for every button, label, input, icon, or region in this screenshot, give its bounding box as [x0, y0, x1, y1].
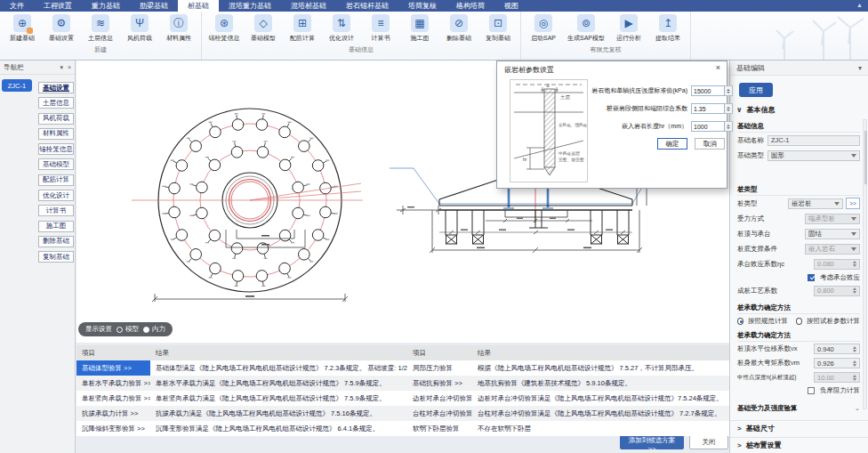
table-cell-result: 地基抗剪验算《建筑桩基技术规范》 5.9.10条规定。: [472, 376, 729, 391]
ribbon-turbine-load-button[interactable]: Ψ 风机荷载: [121, 14, 158, 43]
display-option-force[interactable]: 内力: [143, 325, 165, 334]
menu-tab-rib-beam-foundation[interactable]: 肋梁基础: [130, 0, 178, 12]
sidebar-item-anchor-cage-info[interactable]: 锚栓笼信息: [38, 143, 74, 155]
displacement-coef-input[interactable]: 0.940: [814, 344, 860, 354]
table-cell-item[interactable]: 单桩水平承载力验算 >>: [76, 376, 150, 391]
dialog-cancel-button[interactable]: 取消: [695, 138, 725, 150]
section-pile-layout[interactable]: > 桩布置设置: [730, 437, 868, 452]
table-cell-item[interactable]: 基础抗剪验算 >>: [407, 376, 472, 391]
sidebar-item-calc-report[interactable]: 计算书: [38, 205, 74, 216]
menu-tab-lattice-tower[interactable]: 格构塔筒: [446, 0, 494, 12]
chevron-down-icon: [851, 217, 856, 221]
foundation-type-select[interactable]: 圆形: [768, 150, 860, 161]
ribbon-anchor-cage-button[interactable]: ⊛ 锚栓笼信息: [205, 14, 243, 43]
moment-coef-input[interactable]: 0.926: [814, 358, 860, 368]
ribbon-soil-info-button[interactable]: ≋ 土层信息: [82, 14, 119, 43]
sidebar-item-rebar-calc[interactable]: 配筋计算: [38, 174, 74, 186]
table-cell-item[interactable]: 局部压力验算: [407, 360, 472, 376]
section-foundation-size[interactable]: > 基础尺寸: [730, 420, 868, 435]
nav-collapse-icon[interactable]: ▾: [60, 64, 63, 71]
panel-collapse-icon[interactable]: ▾: [858, 64, 862, 72]
menu-tab-hybrid-gravity-foundation[interactable]: 混塔重力基础: [219, 0, 281, 12]
foundation-name-label: 基础名称: [737, 136, 764, 145]
ribbon-copy-foundation-button[interactable]: ⊡ 复制基础: [479, 14, 517, 43]
sidebar-item-foundation-settings[interactable]: 基础设置: [38, 82, 74, 93]
dialog-close-icon[interactable]: ×: [716, 63, 720, 72]
table-cell-item[interactable]: 沉降倾斜变形验算 >>: [76, 421, 150, 436]
ribbon-generate-sap-button[interactable]: ⊚ 生成SAP模型: [564, 14, 608, 43]
ribbon-foundation-settings-button[interactable]: ⚙ 基础设置: [43, 14, 80, 43]
sidebar-item-soil-info[interactable]: 土层信息: [38, 97, 74, 109]
ribbon-rebar-calc-button[interactable]: ⊞ 配筋计算: [284, 14, 321, 43]
menu-tab-pile-foundation[interactable]: 桩基础: [178, 0, 219, 12]
sidebar-item-delete-foundation[interactable]: 删除基础: [38, 236, 74, 247]
field-bearing-method-radios: 按照规范计算 按照试桩参数计算: [737, 314, 860, 328]
ribbon-group-new: ⊕ 新建基础 ⚙ 基础设置 ≋ 土层信息 Ψ 风机荷载 ⓘ 材料属性: [0, 12, 202, 60]
table-cell-item[interactable]: 边桩对承台冲切验算 >>: [407, 391, 472, 406]
display-option-model[interactable]: 模型: [117, 325, 139, 334]
ribbon-construction-drawing-button[interactable]: ▦ 施工图: [401, 14, 438, 43]
ribbon-optimize-button[interactable]: ⇅ 优化设计: [323, 14, 360, 43]
sidebar-item-optimize-design[interactable]: 优化设计: [38, 190, 74, 201]
col-header-item-left: 项目: [76, 345, 150, 360]
combined-coef-input[interactable]: 1.35: [691, 103, 725, 114]
ribbon-item-label: 风机荷载: [127, 34, 152, 43]
menu-tab-file[interactable]: 文件: [0, 0, 34, 12]
ribbon-new-foundation-button[interactable]: ⊕ 新建基础: [4, 14, 41, 43]
panel-scrollbar[interactable]: [863, 119, 867, 409]
ribbon-delete-foundation-button[interactable]: ⊘ 删除基础: [440, 14, 478, 43]
ribbon-run-analysis-button[interactable]: ▶ 运行分析: [610, 14, 647, 43]
pile-craft-input: 0.800: [814, 286, 860, 296]
ribbon-extract-results-button[interactable]: ↥ 提取结果: [649, 14, 687, 43]
sidebar-item-turbine-load[interactable]: 风机荷载: [38, 113, 74, 125]
foundation-tab-zjc1[interactable]: ZJC-1: [2, 79, 32, 92]
menu-tab-project-settings[interactable]: 工程设置: [34, 0, 82, 12]
group-foundation-info: 基础信息: [737, 119, 860, 133]
table-cell-item[interactable]: 单桩竖向承载力验算 >>: [76, 391, 150, 406]
table-cell-item[interactable]: 抗拔承载力计算 >>: [76, 406, 150, 421]
spinner-icon[interactable]: [725, 85, 733, 96]
spinner-icon[interactable]: [725, 121, 733, 132]
cap-connection-select[interactable]: 固结: [805, 229, 860, 239]
ribbon-launch-sap-button[interactable]: ◎ 启动SAP: [525, 14, 562, 43]
foundation-name-input[interactable]: ZJC-1: [768, 135, 860, 146]
pile-type-select[interactable]: 嵌岩桩: [788, 198, 843, 209]
menu-tab-rock-anchor-foundation[interactable]: 岩石锚杆基础: [336, 0, 398, 12]
rock-strength-input[interactable]: 15000: [691, 85, 725, 96]
menu-tab-view[interactable]: 视图: [494, 0, 528, 12]
radio-unselected-icon[interactable]: [796, 318, 802, 325]
pile-craft-label: 成桩工艺系数: [737, 287, 777, 295]
section-foundation-size-label: 基础尺寸: [746, 424, 775, 433]
close-button[interactable]: 关闭: [689, 435, 728, 449]
table-cell-result: 不存在软弱下卧层: [472, 421, 729, 436]
sidebar-item-material-props[interactable]: 材料属性: [38, 128, 74, 140]
table-cell-item[interactable]: 软弱下卧层验算: [407, 421, 472, 436]
sidebar-item-foundation-model[interactable]: 基础模型: [38, 158, 74, 170]
embed-length-input[interactable]: 1000: [691, 121, 725, 132]
table-cell-item[interactable]: 台柱对承台冲切验算 >>: [407, 406, 472, 421]
radio-selected-icon[interactable]: [737, 318, 743, 325]
menu-tab-tower-check[interactable]: 塔筒复核: [398, 0, 446, 12]
menu-tab-hybrid-pile-foundation[interactable]: 混塔桩基础: [281, 0, 336, 12]
dialog-ok-button[interactable]: 确定: [657, 138, 687, 150]
field-moment-coef: 桩身最大弯矩系数νm 0.926: [737, 356, 860, 370]
apply-button[interactable]: 应用: [739, 83, 773, 97]
nav-close-icon[interactable]: ×: [68, 64, 71, 70]
checkbox-unchecked-icon[interactable]: [808, 387, 815, 394]
ribbon-collapse-icon[interactable]: ▲: [856, 2, 863, 8]
ribbon-material-props-button[interactable]: ⓘ 材料属性: [160, 14, 197, 43]
chevron-small-icon[interactable]: ⌄: [855, 401, 860, 411]
add-to-candidates-button[interactable]: 添加到候选方案>>: [620, 435, 684, 449]
sidebar-item-construction-drawing[interactable]: 施工图: [38, 221, 74, 232]
ribbon-item-label: 运行分析: [616, 34, 641, 43]
menu-tab-gravity-foundation[interactable]: 重力基础: [82, 0, 130, 12]
field-negative-friction: 负摩阻力计算: [737, 384, 860, 396]
ribbon-foundation-model-button[interactable]: ◇ 基础模型: [245, 14, 282, 43]
ribbon-calc-report-button[interactable]: ≡ 计算书: [362, 14, 399, 43]
checkbox-checked-icon[interactable]: [808, 274, 815, 281]
chevron-down-icon[interactable]: ∨: [736, 106, 743, 114]
pile-type-more-button[interactable]: >>: [846, 198, 860, 209]
spinner-icon[interactable]: [725, 103, 733, 114]
table-cell-item[interactable]: 基础体型验算 >>: [76, 360, 150, 376]
sidebar-item-copy-foundation[interactable]: 复制基础: [38, 251, 74, 263]
